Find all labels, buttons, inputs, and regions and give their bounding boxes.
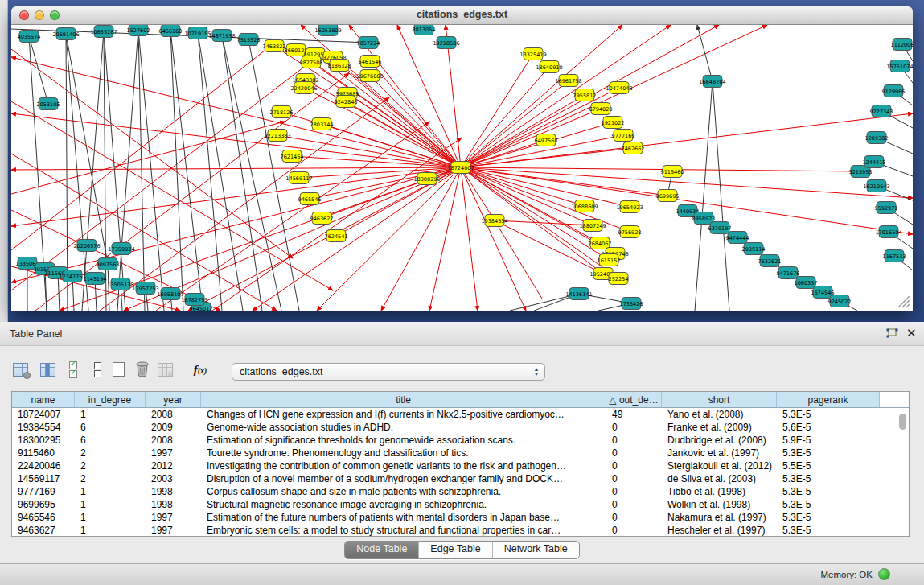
graph-node[interactable]: 9227343 — [870, 105, 893, 117]
float-panel-button[interactable] — [885, 328, 900, 340]
table-cell[interactable]: 0 — [606, 524, 662, 537]
table-scrollbar[interactable] — [899, 414, 906, 533]
graph-node[interactable]: 13325419 — [519, 48, 546, 60]
graph-edge[interactable] — [222, 35, 262, 311]
graph-node[interactable]: 16648784 — [699, 76, 725, 88]
graph-node[interactable]: 9756928 — [618, 226, 642, 238]
graph-node[interactable]: 9115460 — [661, 166, 684, 178]
table-cell[interactable]: de Silva et al. (2003) — [662, 472, 777, 485]
table-cell[interactable]: 1998 — [146, 485, 201, 498]
table-cell[interactable]: Embryonic stem cells: a model to study s… — [201, 524, 606, 537]
table-cell[interactable]: Disruption of a novel member of a sodium… — [201, 472, 606, 485]
table-cell[interactable]: 1997 — [146, 524, 201, 537]
delete-column-button[interactable] — [132, 359, 153, 380]
table-cell[interactable]: Tibbo et al. (1998) — [662, 485, 777, 498]
table-cell[interactable]: 5.3E-5 — [777, 485, 880, 498]
graph-edge[interactable] — [121, 30, 138, 249]
column-header-in_degree[interactable]: in_degree — [75, 392, 146, 407]
graph-node[interactable]: 1145194 — [84, 273, 107, 285]
resize-handle[interactable] — [898, 296, 910, 307]
column-header-out_de[interactable]: △ out_de… — [606, 392, 662, 407]
table-cell[interactable]: 0 — [606, 434, 662, 447]
graph-edge[interactable] — [429, 167, 461, 311]
graph-node[interactable]: 7857224 — [357, 37, 380, 49]
column-header-title[interactable]: title — [201, 392, 606, 407]
table-cell[interactable]: 5.5E-5 — [777, 459, 880, 472]
graph-edge[interactable] — [11, 113, 461, 167]
table-cell[interactable]: 0 — [606, 472, 662, 485]
table-cell[interactable]: 0 — [606, 485, 662, 498]
table-cell[interactable]: Estimation of significance thresholds fo… — [201, 434, 606, 447]
graph-node[interactable]: 8471676 — [777, 267, 800, 279]
row-options-button[interactable] — [87, 359, 108, 380]
graph-node[interactable]: 1209382 — [865, 132, 889, 144]
table-cell[interactable]: 5.3E-5 — [777, 447, 880, 459]
graph-edge[interactable] — [461, 167, 585, 206]
table-cell[interactable]: 0 — [606, 511, 662, 524]
graph-edge[interactable] — [697, 25, 713, 81]
table-cell[interactable]: Estimation of the future numbers of pati… — [201, 511, 606, 524]
graph-node[interactable]: 10474043 — [606, 82, 632, 94]
graph-node[interactable]: 20206576 — [73, 240, 100, 252]
graph-node[interactable]: 18640910 — [536, 61, 562, 73]
graph-node[interactable]: 7955812 — [573, 89, 597, 101]
table-cell[interactable]: 5.3E-5 — [777, 524, 880, 537]
table-cell[interactable]: 9465546 — [12, 511, 75, 524]
graph-node[interactable]: 1112006 — [891, 39, 913, 51]
graph-edge[interactable] — [29, 36, 48, 104]
graph-edge[interactable] — [87, 31, 104, 245]
column-select-button[interactable] — [63, 359, 84, 380]
graph-node[interactable]: 14671938 — [208, 30, 235, 42]
tab-edge-table[interactable]: Edge Table — [419, 542, 492, 558]
table-cell[interactable]: 14569117 — [12, 472, 75, 485]
table-cell[interactable]: Changes of HCN gene expression and I(f) … — [201, 408, 606, 421]
table-row[interactable]: 969969511998Structural magnetic resonanc… — [12, 498, 909, 511]
table-cell[interactable]: 1998 — [146, 498, 201, 511]
table-cell[interactable]: 1 — [75, 524, 146, 537]
table-cell[interactable]: Structural magnetic resonance image aver… — [201, 498, 606, 511]
table-cell[interactable]: 6 — [75, 421, 146, 434]
graph-node[interactable]: 6379197 — [708, 222, 732, 234]
delete-table-button[interactable]: ✕ — [154, 359, 175, 380]
graph-node[interactable]: 9465546 — [298, 193, 322, 205]
graph-edge[interactable] — [138, 30, 164, 311]
graph-edge[interactable] — [461, 80, 569, 167]
graph-node[interactable]: 252254 — [609, 273, 629, 285]
table-cell[interactable]: 18724007 — [12, 408, 75, 421]
table-cell[interactable]: 5.3E-5 — [777, 511, 880, 524]
table-cell[interactable]: 0 — [606, 421, 662, 434]
table-cell[interactable]: 1 — [75, 511, 146, 524]
graph-edge[interactable] — [461, 95, 585, 167]
table-cell[interactable]: 9699695 — [12, 498, 75, 511]
table-cell[interactable]: 2008 — [146, 408, 201, 421]
graph-node[interactable]: 10719185 — [184, 27, 211, 39]
table-cell[interactable]: 1997 — [146, 511, 201, 524]
table-cell[interactable]: 1 — [75, 408, 146, 421]
graph-node[interactable]: 2935114 — [742, 243, 766, 255]
graph-node[interactable]: 1615152 — [598, 254, 621, 266]
graph-node[interactable]: 12213383 — [264, 130, 290, 142]
graph-node[interactable]: 18807249 — [579, 220, 606, 232]
graph-node[interactable]: 16210643 — [863, 180, 889, 192]
table-cell[interactable]: Wolkin et al. (1998) — [662, 498, 777, 511]
table-row[interactable]: 1830029562008Estimation of significance … — [12, 434, 909, 447]
function-builder-button[interactable]: f(x) — [190, 359, 211, 380]
graph-edge[interactable] — [339, 65, 461, 167]
graph-edge[interactable] — [11, 49, 293, 258]
graph-node[interactable]: 16053809 — [314, 25, 341, 36]
table-row[interactable]: 911546021997Tourette syndrome. Phenomeno… — [12, 447, 909, 459]
table-cell[interactable]: Jankovic et al. (1997) — [662, 447, 777, 459]
graph-node[interactable]: 8813054 — [413, 25, 436, 35]
table-cell[interactable]: Investigating the contribution of common… — [201, 459, 606, 472]
graph-node[interactable]: 17957253 — [132, 282, 158, 295]
table-cell[interactable]: 9115460 — [12, 447, 75, 459]
table-cell[interactable]: 9777169 — [12, 485, 75, 498]
graph-node[interactable]: 10653287 — [90, 26, 117, 38]
table-cell[interactable]: Nakamura et al. (1997) — [662, 511, 777, 524]
table-cell[interactable]: 1997 — [146, 447, 201, 459]
graph-node[interactable]: 7463822 — [263, 40, 286, 52]
table-row[interactable]: 1456911722003Disruption of a novel membe… — [12, 472, 909, 485]
graph-node[interactable]: 10688609 — [571, 200, 598, 212]
graph-edge[interactable] — [198, 33, 243, 311]
table-cell[interactable]: 5.3E-5 — [777, 498, 880, 511]
